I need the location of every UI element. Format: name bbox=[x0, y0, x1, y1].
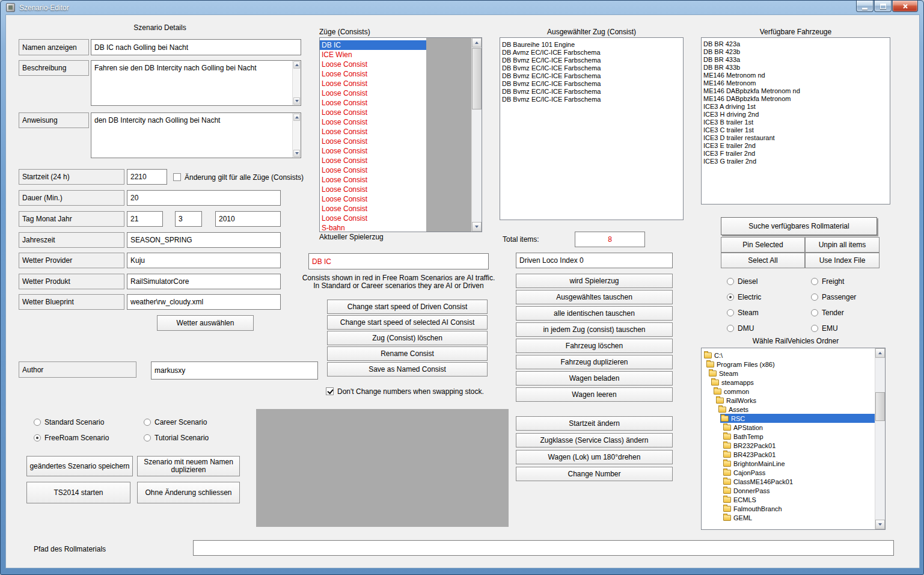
minimize-button[interactable] bbox=[856, 1, 874, 12]
close-button[interactable] bbox=[892, 1, 918, 12]
maximize-button[interactable] bbox=[874, 1, 892, 12]
tree-list[interactable]: C:\ Program Files (x86) Steam steamapps bbox=[702, 351, 875, 529]
vehicle-filter-radio[interactable]: Diesel bbox=[727, 277, 811, 286]
vehicle-item[interactable]: ICE3 F trailer 2nd bbox=[702, 150, 890, 158]
save-scenario-button[interactable]: geändertes Szenario speichern bbox=[26, 456, 133, 476]
consist-vehicle-item[interactable]: DB Bvmz EC/IC-ICE Farbschema bbox=[500, 72, 683, 80]
apply-all-checkbox[interactable] bbox=[173, 173, 181, 181]
search-rollmaterial-button[interactable]: Suche verfügbares Rollmaterial bbox=[721, 217, 877, 235]
tree-folder-item[interactable]: BathTemp bbox=[702, 432, 875, 441]
weather-product-input[interactable]: RailSimulatorCore bbox=[127, 274, 281, 289]
consist-item[interactable]: Loose Consist bbox=[320, 69, 426, 79]
vehicle-filter-radio[interactable]: Steam bbox=[727, 308, 811, 317]
tree-folder-item[interactable]: BR423Pack01 bbox=[702, 450, 875, 459]
consist-item[interactable]: Loose Consist bbox=[320, 175, 426, 185]
consist-action-button[interactable]: Zug (Consist) löschen bbox=[327, 331, 488, 345]
scroll-up-icon[interactable] bbox=[293, 61, 300, 69]
vehicle-action-button[interactable]: Wagen beladen bbox=[516, 371, 673, 386]
tree-folder-item[interactable]: Assets bbox=[702, 405, 875, 414]
tree-folder-item[interactable]: BrightonMainLine bbox=[702, 459, 875, 468]
vehicle-item[interactable]: ME146 Metronom bbox=[702, 79, 890, 87]
vehicle-item[interactable]: ME146 Metronom nd bbox=[702, 72, 890, 79]
vehicle-filter-radio[interactable]: Freight bbox=[811, 277, 856, 286]
consist-item[interactable]: Loose Consist bbox=[320, 117, 426, 127]
vehicle-item[interactable]: ICE3 C trailer 1st bbox=[702, 126, 890, 134]
tree-folder-item[interactable]: Steam bbox=[702, 369, 875, 378]
vehicle-action-button[interactable]: Fahrzeug duplizieren bbox=[516, 355, 673, 369]
season-input[interactable]: SEASON_SPRING bbox=[127, 232, 281, 248]
consist-action-button[interactable]: Save as Named Consist bbox=[327, 362, 488, 377]
dont-change-row[interactable]: Don't Change numbers when swapping stock… bbox=[326, 387, 484, 396]
consist-item[interactable]: Loose Consist bbox=[320, 165, 426, 175]
vehicle-item[interactable]: ICE3 H driving 2nd bbox=[702, 111, 890, 118]
description-input[interactable]: Fahren sie den DB Intercity nach Golling… bbox=[91, 60, 301, 106]
vehicle-item[interactable]: DB BR 433b bbox=[702, 64, 890, 72]
pin-button[interactable]: Select All bbox=[721, 253, 805, 268]
duplicate-scenario-button[interactable]: Szenario mit neuem Namen duplizieren bbox=[137, 456, 240, 476]
tree-folder-item[interactable]: steamapps bbox=[702, 378, 875, 387]
tree-folder-item[interactable]: APStation bbox=[702, 423, 875, 432]
vehicle-filter-radio[interactable]: Electric bbox=[727, 292, 811, 301]
tree-folder-item[interactable]: RSC bbox=[702, 414, 875, 423]
consist-vehicle-item[interactable]: DB Bvmz EC/IC-ICE Farbschema bbox=[500, 64, 683, 72]
vehicle-action-button[interactable]: Fahrzeug löschen bbox=[516, 339, 673, 353]
vehicle-item[interactable]: ICE3 E trailer 2nd bbox=[702, 142, 890, 150]
scenario-type-radio[interactable]: Standard Scenario bbox=[34, 417, 144, 426]
consist-action-button[interactable]: Rename Consist bbox=[327, 346, 488, 361]
consist-vehicle-item[interactable]: DB Bvmz EC/IC-ICE Farbschema bbox=[500, 57, 683, 64]
consist-item[interactable]: Loose Consist bbox=[320, 156, 426, 165]
year-input[interactable]: 2010 bbox=[215, 211, 281, 227]
tree-folder-item[interactable]: GEML bbox=[702, 513, 875, 522]
consist-vehicle-item[interactable]: DB Avmz EC/IC-ICE Farbschema bbox=[500, 49, 683, 57]
dont-change-checkbox[interactable] bbox=[326, 387, 334, 395]
consist-item[interactable]: Loose Consist bbox=[320, 146, 426, 156]
driven-loco-input[interactable]: Driven Loco Index 0 bbox=[516, 253, 673, 268]
start-time-input[interactable]: 2210 bbox=[127, 169, 167, 185]
weather-blueprint-input[interactable]: weather\rw_cloudy.xml bbox=[127, 294, 281, 310]
scroll-down-icon[interactable] bbox=[293, 97, 300, 105]
day-input[interactable]: 21 bbox=[127, 211, 163, 227]
consist-edit-button[interactable]: Zugklasse (Service Class) ändern bbox=[516, 433, 673, 447]
vehicle-action-button[interactable]: in jedem Zug (consist) tauschen bbox=[516, 322, 673, 337]
consist-item[interactable]: Loose Consist bbox=[320, 88, 426, 98]
pin-button[interactable]: Use Index File bbox=[805, 253, 880, 268]
consist-item[interactable]: S-bahn bbox=[320, 223, 426, 232]
vehicle-filter-radio[interactable]: Tender bbox=[811, 308, 856, 317]
vehicle-item[interactable]: DB BR 423b bbox=[702, 48, 890, 56]
current-player-input[interactable]: DB IC bbox=[308, 253, 489, 269]
tree-folder-item[interactable]: BR232Pack01 bbox=[702, 441, 875, 450]
tree-folder-item[interactable]: ECMLS bbox=[702, 495, 875, 504]
consist-item[interactable]: DB IC bbox=[320, 40, 426, 50]
consist-action-button[interactable]: Change start speed of selected AI Consis… bbox=[327, 315, 488, 330]
consist-item[interactable]: Loose Consist bbox=[320, 108, 426, 117]
weather-select-button[interactable]: Wetter auswählen bbox=[157, 315, 254, 331]
vehicle-action-button[interactable]: wird Spielerzug bbox=[516, 274, 673, 288]
vehicle-filter-radio[interactable]: Passenger bbox=[811, 292, 856, 301]
consist-item[interactable]: Loose Consist bbox=[320, 127, 426, 137]
name-input[interactable]: DB IC nach Golling bei Nacht bbox=[91, 39, 301, 55]
consist-vehicle-item[interactable]: DB Bvmz EC/IC-ICE Farbschema bbox=[500, 88, 683, 96]
scenario-type-radio[interactable]: FreeRoam Scenario bbox=[34, 433, 144, 442]
pin-button[interactable]: Unpin all items bbox=[805, 237, 880, 253]
instruction-scrollbar[interactable] bbox=[292, 113, 301, 158]
duration-input[interactable]: 20 bbox=[127, 190, 281, 206]
scenario-type-radio[interactable]: Tutorial Scenario bbox=[144, 433, 209, 442]
pin-button[interactable]: Pin Selected bbox=[721, 237, 805, 253]
vehicles-listbox[interactable]: DB BR 423aDB BR 423bDB BR 433aDB BR 433b… bbox=[701, 37, 890, 204]
scroll-down-icon[interactable] bbox=[472, 222, 482, 232]
scrollbar-thumb[interactable] bbox=[875, 392, 885, 421]
consists-list[interactable]: DB ICICE WienLoose ConsistLoose ConsistL… bbox=[320, 38, 426, 232]
consist-edit-button[interactable]: Startzeit ändern bbox=[516, 416, 673, 431]
start-ts2014-button[interactable]: TS2014 starten bbox=[26, 482, 130, 503]
consist-item[interactable]: Loose Consist bbox=[320, 214, 426, 223]
apply-all-row[interactable]: Änderung gilt für alle Züge (Consists) bbox=[173, 173, 304, 182]
consist-item[interactable]: Loose Consist bbox=[320, 204, 426, 214]
vehicle-action-button[interactable]: Ausgewähltes tauschen bbox=[516, 290, 673, 304]
titlebar[interactable]: Szenario-Editor bbox=[1, 1, 923, 14]
vehicle-item[interactable]: ICE3 A driving 1st bbox=[702, 103, 890, 111]
vehicle-item[interactable]: DB BR 433a bbox=[702, 56, 890, 64]
tree-folder-item[interactable]: Program Files (x86) bbox=[702, 360, 875, 369]
tree-folder-item[interactable]: FalmouthBranch bbox=[702, 504, 875, 513]
tree-scrollbar[interactable] bbox=[875, 348, 885, 529]
selected-consist-listbox[interactable]: DB Baureihe 101 EngineDB Avmz EC/IC-ICE … bbox=[500, 37, 684, 220]
